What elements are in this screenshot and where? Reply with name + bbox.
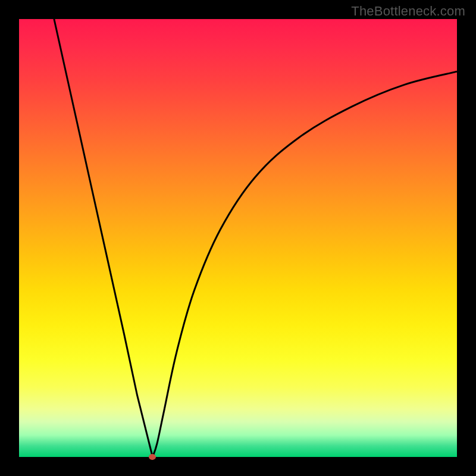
curve-left-branch	[54, 19, 153, 457]
chart-plot-area	[19, 19, 457, 457]
minimum-marker	[149, 454, 156, 460]
curve-right-branch	[152, 71, 457, 457]
chart-curve	[19, 19, 457, 457]
watermark-text: TheBottleneck.com	[351, 4, 465, 19]
